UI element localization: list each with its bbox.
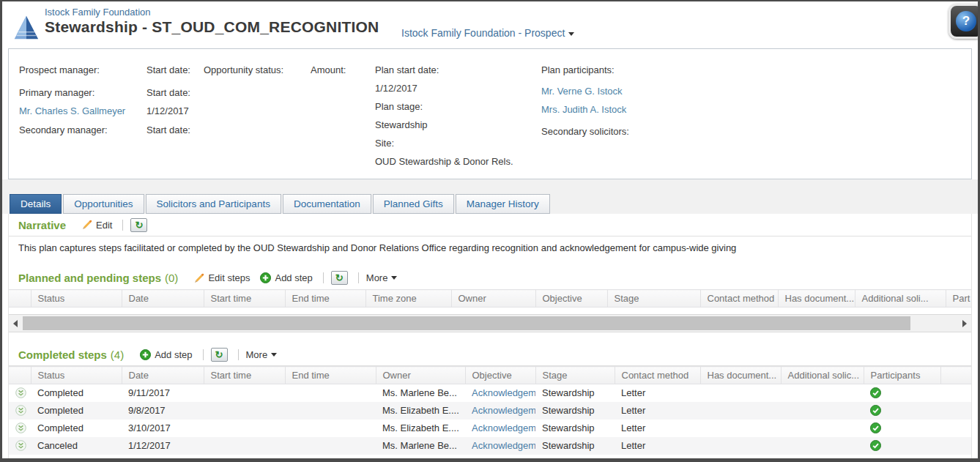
cell-objective-link[interactable]: Acknowledgem... <box>472 405 535 416</box>
secondary-solicitors-label: Secondary solicitors: <box>541 125 629 138</box>
tab-solicitors-and-participants[interactable]: Solicitors and Participants <box>146 194 281 214</box>
participant-link-2[interactable]: Mrs. Judith A. Istock <box>541 103 626 116</box>
cell-stage: Stewardship <box>535 384 615 402</box>
add-step-button[interactable]: Add step <box>260 272 312 283</box>
column-header-stage[interactable]: Stage <box>535 367 615 384</box>
cell-owner: Ms. Elizabeth E.... <box>376 420 465 437</box>
participants-check-icon <box>870 442 881 453</box>
column-header-objective[interactable]: Objective <box>465 367 535 384</box>
column-header-owner[interactable]: Owner <box>451 290 535 308</box>
cell-stage: Stewardship <box>535 437 615 455</box>
column-header-time-zone[interactable]: Time zone <box>365 290 451 308</box>
cell-status: Completed <box>31 420 122 437</box>
edit-narrative-button[interactable]: Edit <box>82 220 112 231</box>
scroll-right-button[interactable] <box>959 315 970 332</box>
column-header-date[interactable]: Date <box>122 290 204 308</box>
horizontal-scrollbar[interactable] <box>9 314 971 332</box>
column-header-date[interactable]: Date <box>122 367 204 384</box>
column-header-additional-solicitors[interactable]: Additional soli... <box>855 290 946 308</box>
page-header: Istock Family Foundation Stewardship - S… <box>2 1 978 47</box>
column-header-objective[interactable]: Objective <box>535 290 607 308</box>
more-label: More <box>246 349 268 360</box>
completed-steps-controls: Add step ↻ More <box>140 348 287 362</box>
column-header-owner[interactable]: Owner <box>376 367 465 384</box>
primary-manager-link[interactable]: Mr. Charles S. Gallmeyer <box>19 105 125 117</box>
column-header-participants[interactable]: Participants <box>864 367 940 384</box>
planned-steps-table: Status Date Start time End time Time zon… <box>9 289 971 308</box>
edit-pencil-icon <box>82 220 92 230</box>
more-menu-button[interactable]: More <box>246 349 278 360</box>
edit-pencil-icon <box>194 273 204 283</box>
step-expand-icon[interactable] <box>15 425 26 436</box>
column-header-participants[interactable]: Part <box>946 290 971 308</box>
context-selector-dropdown[interactable]: Istock Family Foundation - Prospect <box>401 27 574 39</box>
completed-step-row[interactable]: Canceled 1/12/2017 Ms. Marlene Be... Ack… <box>9 437 971 455</box>
cell-status: Completed <box>31 384 122 402</box>
scrollbar-thumb[interactable] <box>23 316 910 330</box>
completed-steps-table: Status Date Start time End time Owner Ob… <box>9 366 971 455</box>
completed-step-row[interactable]: Completed 3/10/2017 Ms. Elizabeth E.... … <box>9 420 971 437</box>
scroll-left-button[interactable] <box>10 315 21 332</box>
control-divider <box>358 272 359 283</box>
start-date-label-3: Start date: <box>146 124 190 136</box>
add-step-button[interactable]: Add step <box>140 349 192 360</box>
add-plus-icon <box>140 349 151 360</box>
completed-step-row[interactable]: Completed 9/8/2017 Ms. Elizabeth E.... A… <box>9 402 971 420</box>
help-button[interactable]: ? <box>949 4 980 39</box>
completed-step-row[interactable]: Completed 9/11/2017 Ms. Marlene Be... Ac… <box>9 384 971 402</box>
column-header-contact-method[interactable]: Contact method <box>700 290 778 308</box>
add-step-label: Add step <box>275 272 312 283</box>
cell-stage: Stewardship <box>535 402 615 420</box>
step-expand-icon[interactable] <box>15 390 26 400</box>
column-header-additional-solicitors[interactable]: Additional solic... <box>781 367 864 384</box>
tab-details[interactable]: Details <box>10 194 62 214</box>
column-header-start-time[interactable]: Start time <box>204 367 285 384</box>
scroll-right-arrow-icon <box>962 320 967 327</box>
more-menu-button[interactable]: More <box>366 272 398 283</box>
refresh-narrative-button[interactable]: ↻ <box>130 218 147 232</box>
cell-date: 9/8/2017 <box>122 402 204 420</box>
column-header-contact-method[interactable]: Contact method <box>615 367 700 384</box>
opportunity-status-label: Opportunity status: <box>204 64 283 76</box>
cell-start-time <box>204 437 285 455</box>
column-header-status[interactable]: Status <box>31 367 122 384</box>
column-header-end-time[interactable]: End time <box>285 367 376 384</box>
column-header-has-documentation[interactable]: Has document... <box>778 290 855 308</box>
refresh-icon: ↻ <box>335 273 344 283</box>
column-header-start-time[interactable]: Start time <box>204 290 285 308</box>
refresh-icon: ↻ <box>136 220 144 230</box>
edit-steps-button[interactable]: Edit steps <box>194 272 250 283</box>
step-expand-icon[interactable] <box>15 407 26 418</box>
cell-end-time <box>285 402 376 420</box>
cell-has-documentation <box>700 402 781 420</box>
tab-manager-history[interactable]: Manager History <box>456 194 550 214</box>
cell-objective-link[interactable]: Acknowledgem... <box>472 422 535 433</box>
tab-planned-gifts[interactable]: Planned Gifts <box>373 194 454 214</box>
column-header-end-time[interactable]: End time <box>285 290 365 308</box>
cell-additional-solicitors <box>781 384 864 402</box>
step-expand-icon[interactable] <box>15 442 26 453</box>
column-header-stage[interactable]: Stage <box>607 290 700 308</box>
participants-check-icon <box>870 425 881 436</box>
column-header-has-documentation[interactable]: Has document... <box>700 367 781 384</box>
participant-link-1[interactable]: Mr. Verne G. Istock <box>541 85 623 97</box>
cell-objective-link[interactable]: Acknowledgem... <box>472 440 535 451</box>
refresh-completed-steps-button[interactable]: ↻ <box>211 348 228 362</box>
cell-objective-link[interactable]: Acknowledgem... <box>472 387 535 398</box>
plan-start-date-label: Plan start date: <box>375 64 439 76</box>
narrative-title: Narrative <box>18 219 66 231</box>
cell-end-time <box>285 437 376 455</box>
tab-opportunities[interactable]: Opportunities <box>63 194 144 214</box>
cell-has-documentation <box>700 437 781 455</box>
refresh-icon: ↻ <box>215 350 223 359</box>
tab-documentation[interactable]: Documentation <box>283 194 371 214</box>
narrative-section-header: Narrative Edit ↻ <box>9 214 971 236</box>
planned-steps-count: (0) <box>165 272 178 284</box>
primary-manager-start-date: 1/12/2017 <box>146 105 189 117</box>
details-tab-content: Narrative Edit ↻ This plan captures step… <box>8 214 972 462</box>
column-header-icon <box>9 367 31 384</box>
cell-contact-method: Letter <box>615 402 700 420</box>
plan-stage-value: Stewardship <box>375 119 428 131</box>
refresh-planned-steps-button[interactable]: ↻ <box>331 271 348 285</box>
column-header-status[interactable]: Status <box>31 290 122 308</box>
